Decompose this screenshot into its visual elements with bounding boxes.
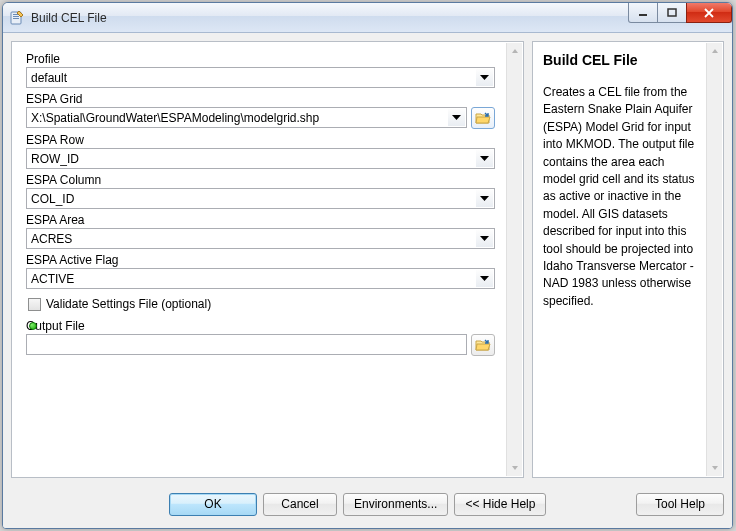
output-file-label: Output File xyxy=(26,317,495,334)
dialog-window: Build CEL File xyxy=(2,2,733,529)
profile-label: Profile xyxy=(26,50,495,67)
hide-help-button[interactable]: << Hide Help xyxy=(454,493,546,516)
espa-column-value: COL_ID xyxy=(31,192,74,206)
button-row: OK Cancel Environments... << Hide Help T… xyxy=(3,486,732,528)
profile-combo[interactable]: default xyxy=(26,67,495,88)
app-icon xyxy=(9,10,25,26)
chevron-down-icon[interactable] xyxy=(448,109,465,126)
window-title: Build CEL File xyxy=(31,11,107,25)
chevron-down-icon[interactable] xyxy=(476,190,493,207)
close-button[interactable] xyxy=(686,3,732,23)
svg-rect-4 xyxy=(639,14,647,16)
espa-grid-combo[interactable]: X:\Spatial\GroundWater\ESPAModeling\mode… xyxy=(26,107,467,128)
espa-column-combo[interactable]: COL_ID xyxy=(26,188,495,209)
chevron-down-icon[interactable] xyxy=(476,69,493,86)
profile-value: default xyxy=(31,71,67,85)
espa-grid-label: ESPA Grid xyxy=(26,90,495,107)
espa-grid-value: X:\Spatial\GroundWater\ESPAModeling\mode… xyxy=(31,111,319,125)
tool-help-button[interactable]: Tool Help xyxy=(636,493,724,516)
espa-row-label: ESPA Row xyxy=(26,131,495,148)
svg-rect-5 xyxy=(668,9,676,16)
client-area: Profile default ESPA Grid X:\Spa xyxy=(3,33,732,528)
help-body: Creates a CEL file from the Eastern Snak… xyxy=(543,84,713,310)
espa-row-value: ROW_ID xyxy=(31,152,79,166)
scroll-down-icon[interactable] xyxy=(507,460,523,476)
output-file-browse-button[interactable] xyxy=(471,334,495,356)
scroll-down-icon[interactable] xyxy=(707,460,723,476)
espa-grid-browse-button[interactable] xyxy=(471,107,495,129)
espa-active-value: ACTIVE xyxy=(31,272,74,286)
chevron-down-icon[interactable] xyxy=(476,270,493,287)
validate-label: Validate Settings File (optional) xyxy=(46,297,211,311)
cancel-button[interactable]: Cancel xyxy=(263,493,337,516)
validate-checkbox[interactable] xyxy=(28,298,41,311)
scroll-up-icon[interactable] xyxy=(707,43,723,59)
ok-button[interactable]: OK xyxy=(169,493,257,516)
parameters-panel: Profile default ESPA Grid X:\Spa xyxy=(11,41,524,478)
titlebar[interactable]: Build CEL File xyxy=(3,3,732,33)
help-scrollbar[interactable] xyxy=(706,43,722,476)
svg-rect-2 xyxy=(13,16,19,17)
required-marker-icon xyxy=(29,322,37,330)
chevron-down-icon[interactable] xyxy=(476,150,493,167)
espa-area-label: ESPA Area xyxy=(26,211,495,228)
window-buttons xyxy=(629,3,732,23)
environments-button[interactable]: Environments... xyxy=(343,493,448,516)
svg-rect-3 xyxy=(13,18,19,19)
maximize-button[interactable] xyxy=(657,3,687,23)
espa-row-combo[interactable]: ROW_ID xyxy=(26,148,495,169)
espa-area-value: ACRES xyxy=(31,232,72,246)
help-panel: Build CEL File Creates a CEL file from t… xyxy=(532,41,724,478)
espa-area-combo[interactable]: ACRES xyxy=(26,228,495,249)
output-file-input[interactable] xyxy=(26,334,467,355)
espa-column-label: ESPA Column xyxy=(26,171,495,188)
minimize-button[interactable] xyxy=(628,3,658,23)
espa-active-label: ESPA Active Flag xyxy=(26,251,495,268)
help-title: Build CEL File xyxy=(543,52,713,68)
espa-active-combo[interactable]: ACTIVE xyxy=(26,268,495,289)
chevron-down-icon[interactable] xyxy=(476,230,493,247)
content-row: Profile default ESPA Grid X:\Spa xyxy=(3,33,732,486)
